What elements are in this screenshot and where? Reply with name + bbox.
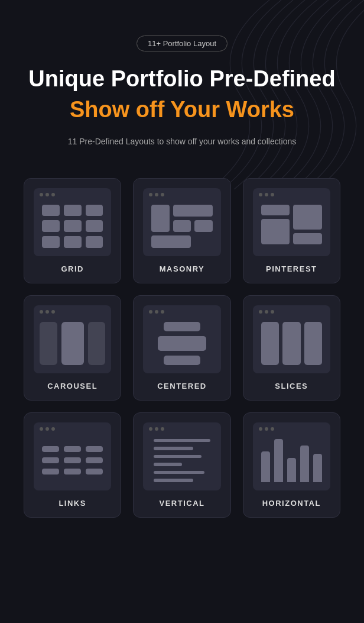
card-grid[interactable]: GRID (24, 178, 121, 283)
card-preview-slices (253, 305, 330, 373)
card-masonry[interactable]: MASONRY (133, 178, 230, 283)
card-preview-masonry (143, 188, 220, 256)
headline-line1: Unique Portfolio Pre-Defined (24, 66, 340, 93)
headline-line2: Show off Your Works (24, 96, 340, 124)
card-preview-grid (34, 188, 111, 256)
card-centered[interactable]: CENTERED (133, 295, 230, 401)
card-slices[interactable]: SLICES (243, 295, 340, 401)
card-label-links: LINKS (58, 499, 86, 508)
card-label-grid: GRID (61, 264, 84, 273)
card-horizontal[interactable]: HORIZONTAL (243, 412, 340, 518)
card-vertical[interactable]: VERTICAL (133, 412, 230, 518)
card-label-centered: CENTERED (157, 382, 207, 390)
card-links[interactable]: LINKS (24, 412, 121, 518)
card-preview-links (34, 422, 111, 490)
card-carousel[interactable]: CAROUSEL (24, 295, 121, 401)
main-content: 11+ Portfolio Layout Unique Portfolio Pr… (0, 0, 364, 565)
card-label-horizontal: HORIZONTAL (262, 499, 321, 508)
card-preview-carousel (34, 305, 111, 373)
card-preview-vertical (143, 422, 220, 490)
card-label-carousel: CAROUSEL (47, 382, 98, 390)
cards-grid: GRID MASONRY (24, 178, 340, 518)
card-preview-centered (143, 305, 220, 373)
card-pinterest[interactable]: PINTEREST (243, 178, 340, 283)
card-label-masonry: MASONRY (160, 264, 204, 273)
badge: 11+ Portfolio Layout (136, 35, 228, 51)
card-preview-pinterest (253, 188, 330, 256)
card-label-slices: SLICES (275, 382, 308, 390)
card-preview-horizontal (253, 422, 330, 490)
subtitle: 11 Pre-Defined Layouts to show off your … (24, 135, 340, 148)
card-label-vertical: VERTICAL (159, 499, 204, 508)
card-label-pinterest: PINTEREST (266, 264, 317, 273)
